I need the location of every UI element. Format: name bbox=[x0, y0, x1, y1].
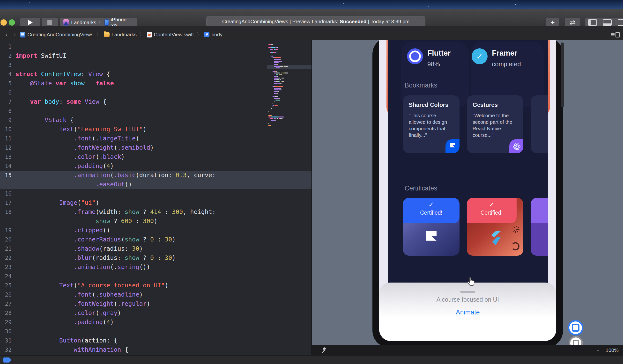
swap-editors-button[interactable]: ⇄ bbox=[565, 18, 580, 27]
code-line[interactable]: 2import SwiftUI bbox=[0, 51, 312, 61]
iphone-device-frame: Flutter 98% ✓ Framer completed Bookmarks… bbox=[373, 40, 563, 347]
toggle-inspector-button[interactable] bbox=[615, 18, 623, 27]
breadcrumb-separator: 〉 bbox=[197, 31, 201, 38]
code-line[interactable]: 17 Image("ui") bbox=[0, 198, 312, 207]
line-number: 11 bbox=[0, 134, 16, 143]
back-button[interactable]: ‹ bbox=[3, 31, 9, 38]
code-line[interactable]: 13 .color(.black) bbox=[0, 152, 312, 161]
code-line[interactable]: 11 .font(.largeTitle) bbox=[0, 134, 312, 143]
code-line[interactable]: 16 bbox=[0, 189, 312, 198]
code-line[interactable]: 19 .clipped() bbox=[0, 226, 312, 235]
folder-icon bbox=[104, 32, 110, 37]
line-number: 28 bbox=[0, 308, 16, 318]
breadcrumb-file[interactable]: ContentView.swift bbox=[147, 32, 194, 38]
breadcrumb-symbol[interactable]: P body bbox=[204, 32, 222, 38]
certificate-card-partial[interactable] bbox=[531, 198, 548, 256]
stop-button[interactable] bbox=[42, 18, 58, 27]
code-line[interactable]: 3 bbox=[0, 61, 312, 70]
code-line[interactable]: 30 bbox=[0, 327, 312, 336]
left-panel-icon bbox=[588, 19, 597, 26]
minimize-button[interactable] bbox=[0, 19, 7, 26]
swap-icon: ⇄ bbox=[570, 19, 575, 27]
section-title-bookmarks: Bookmarks bbox=[405, 82, 437, 89]
source-editor[interactable]: 12import SwiftUI34struct ContentView: Vi… bbox=[0, 40, 312, 355]
live-preview-button[interactable] bbox=[568, 320, 583, 336]
code-line[interactable]: .easeOut)) bbox=[0, 180, 312, 189]
drag-handle[interactable] bbox=[460, 291, 475, 293]
code-line[interactable]: 24 bbox=[0, 272, 312, 281]
code-line[interactable]: 8 bbox=[0, 106, 312, 116]
bookmark-card-shared-colors[interactable]: Shared Colors "This course allowed to de… bbox=[403, 95, 460, 153]
code-line[interactable]: 26 .font(.subheadline) bbox=[0, 290, 312, 299]
zoom-level[interactable]: 100% bbox=[606, 347, 619, 353]
code-line[interactable]: 25 Text("A course focused on UI") bbox=[0, 281, 312, 290]
line-number: 25 bbox=[0, 281, 16, 290]
code-line[interactable]: 14 .padding(4) bbox=[0, 161, 312, 171]
bookmark-card-gestures[interactable]: Gestures "Welcome to the second part of … bbox=[467, 95, 523, 153]
line-number: 19 bbox=[0, 226, 16, 235]
code-line[interactable]: 10 Text("Learning SwiftUI") bbox=[0, 125, 312, 134]
bookmarks-row: Shared Colors "This course allowed to de… bbox=[403, 95, 548, 153]
code-line[interactable]: 32 withAnimation { bbox=[0, 345, 312, 354]
animate-button[interactable]: Animate bbox=[379, 309, 556, 316]
iphone-screen[interactable]: Flutter 98% ✓ Framer completed Bookmarks… bbox=[379, 40, 556, 341]
breakpoint-icon[interactable] bbox=[3, 358, 12, 363]
breadcrumb-group[interactable]: Landmarks bbox=[104, 32, 137, 38]
bookmark-card-partial[interactable] bbox=[531, 95, 548, 153]
bottom-sheet: A course focused on UI Animate bbox=[379, 282, 556, 341]
code-line[interactable]: 20 .cornerRadius(show ? 0 : 30) bbox=[0, 235, 312, 244]
line-number bbox=[0, 180, 16, 189]
code-line[interactable]: 23 .animation(.spring()) bbox=[0, 262, 312, 272]
zoom-out-button[interactable]: − bbox=[596, 347, 599, 353]
panel-toggle-group bbox=[585, 18, 623, 27]
live-preview-icon bbox=[572, 324, 579, 332]
code-line[interactable]: 1 bbox=[0, 42, 312, 51]
iphone-side-button bbox=[561, 43, 564, 107]
certificate-card-flutter[interactable]: ✓ Certified! bbox=[467, 198, 523, 256]
canvas-bottom-bar: − 100% bbox=[312, 345, 623, 355]
zoom-button[interactable] bbox=[9, 19, 15, 26]
breadcrumb-separator: 〉 bbox=[139, 31, 144, 38]
scheme-selector[interactable]: Landmarks 〉 iPhone Xʀ bbox=[60, 18, 137, 27]
code-line[interactable]: show ? 600 : 300) bbox=[0, 216, 312, 226]
code-line[interactable]: 4struct ContentView: View { bbox=[0, 70, 312, 79]
line-number: 8 bbox=[0, 106, 16, 116]
code-text[interactable]: 12import SwiftUI34struct ContentView: Vi… bbox=[0, 42, 312, 354]
code-line[interactable]: 15 .animation(.basic(duration: 0.3, curv… bbox=[0, 171, 312, 180]
framer-logo-icon bbox=[426, 231, 437, 245]
code-line[interactable]: 5 @State var show = false bbox=[0, 79, 312, 88]
code-line[interactable]: 12 .fontWeight(.semibold) bbox=[0, 143, 312, 152]
code-line[interactable]: 28 .color(.gray) bbox=[0, 308, 312, 318]
code-line[interactable]: 6 bbox=[0, 88, 312, 97]
certified-label: Certified! bbox=[467, 210, 517, 216]
sheet-caption: A course focused on UI bbox=[379, 296, 556, 303]
check-icon: ✓ bbox=[467, 201, 517, 209]
editor-options-button[interactable] bbox=[611, 32, 620, 38]
line-number: 24 bbox=[0, 272, 16, 281]
desktop-wallpaper bbox=[0, 0, 623, 9]
code-line[interactable]: 27 .fontWeight(.regular) bbox=[0, 299, 312, 308]
main-area: 12import SwiftUI34struct ContentView: Vi… bbox=[0, 40, 623, 355]
run-button[interactable] bbox=[20, 18, 40, 27]
code-line[interactable]: 31 Button(action: { bbox=[0, 336, 312, 345]
code-line[interactable]: 29 .padding(4) bbox=[0, 318, 312, 327]
card-title: Gestures bbox=[473, 102, 517, 108]
code-line[interactable]: 22 .blur(radius: show ? 0 : 30) bbox=[0, 253, 312, 262]
toggle-navigator-button[interactable] bbox=[585, 18, 600, 27]
react-logo-icon bbox=[509, 139, 523, 153]
breadcrumb-project[interactable]: CreatingAndCombiningViews bbox=[20, 32, 93, 38]
line-number: 14 bbox=[0, 161, 16, 171]
toggle-debug-area-button[interactable] bbox=[600, 18, 615, 27]
code-line[interactable]: 21 .shadow(radius: 30) bbox=[0, 244, 312, 253]
code-line[interactable]: 9 VStack { bbox=[0, 116, 312, 125]
line-number: 4 bbox=[0, 70, 16, 79]
app-icon bbox=[63, 19, 69, 26]
pin-preview-icon[interactable] bbox=[321, 347, 328, 354]
code-line[interactable]: 7 var body: some View { bbox=[0, 97, 312, 106]
stop-icon bbox=[47, 20, 52, 25]
add-editor-button[interactable]: + bbox=[546, 18, 559, 27]
forward-button[interactable]: › bbox=[12, 31, 18, 38]
certificate-card-framer[interactable]: ✓ Certified! bbox=[403, 198, 460, 256]
line-number: 13 bbox=[0, 152, 16, 161]
code-line[interactable]: 18 .frame(width: show ? 414 : 300, heigh… bbox=[0, 207, 312, 216]
